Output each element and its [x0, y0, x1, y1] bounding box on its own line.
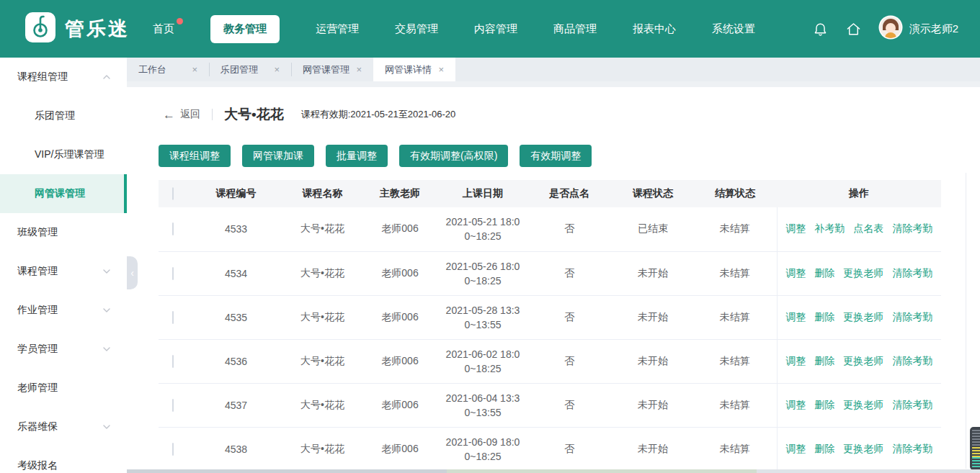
roll-call-cell: 否: [526, 339, 612, 383]
action-link[interactable]: 清除考勤: [892, 443, 932, 454]
sidebar-item-2[interactable]: VIP/乐理课管理: [0, 135, 127, 174]
action-link[interactable]: 更换老师: [843, 267, 883, 279]
nav-item-3[interactable]: 交易管理: [395, 22, 438, 36]
action-link[interactable]: 删除: [814, 355, 834, 366]
nav-item-1[interactable]: 教务管理: [210, 15, 280, 43]
action-link[interactable]: 补考勤: [814, 222, 845, 234]
action-link[interactable]: 调整: [785, 311, 806, 323]
toolbar-button-1[interactable]: 网管课加课: [242, 145, 314, 167]
sidebar: 课程组管理乐团管理VIP/乐理课管理网管课管理班级管理课程管理作业管理学员管理老…: [0, 58, 127, 473]
sidebar-item-3[interactable]: 网管课管理: [0, 174, 127, 213]
row-checkbox[interactable]: [172, 267, 174, 280]
row-select-cell: [159, 339, 187, 383]
sidebar-item-4[interactable]: 班级管理: [0, 213, 127, 252]
roll-call-cell: 否: [526, 427, 612, 471]
status-cell: 未开始: [612, 427, 693, 471]
column-header: 课程名称: [285, 180, 360, 207]
action-link[interactable]: 删除: [814, 311, 834, 323]
sidebar-collapse-handle[interactable]: ‹: [127, 256, 138, 289]
tab-label: 工作台: [138, 63, 166, 76]
user-menu[interactable]: 演示老师2: [878, 15, 958, 42]
tab-close-icon[interactable]: ×: [192, 64, 197, 75]
back-button[interactable]: ← 返回: [163, 108, 200, 121]
action-link[interactable]: 点名表: [853, 222, 883, 234]
column-header: 操作: [777, 180, 941, 207]
row-checkbox[interactable]: [172, 222, 174, 235]
sidebar-item-5[interactable]: 课程管理: [0, 252, 127, 291]
tab-1[interactable]: 乐团管理×: [209, 58, 291, 81]
teacher-cell: 老师006: [360, 207, 440, 251]
toolbar-button-3[interactable]: 有效期调整(高权限): [399, 145, 508, 167]
bell-icon[interactable]: [812, 20, 829, 37]
tab-2[interactable]: 网管课管理×: [291, 58, 373, 81]
action-link[interactable]: 清除考勤: [892, 399, 932, 410]
row-checkbox[interactable]: [172, 443, 174, 456]
column-header: 是否点名: [526, 180, 612, 207]
bottom-edge-strip: [0, 469, 980, 473]
settlement-cell: 未结算: [693, 339, 777, 383]
action-link[interactable]: 调整: [785, 443, 806, 454]
toolbar-button-4[interactable]: 有效期调整: [520, 145, 592, 167]
action-link[interactable]: 调整: [785, 267, 806, 279]
sidebar-item-1[interactable]: 乐团管理: [0, 96, 127, 135]
select-all-checkbox[interactable]: [172, 187, 174, 200]
row-checkbox[interactable]: [172, 355, 174, 368]
course-id-cell: 4536: [187, 339, 285, 383]
teacher-cell: 老师006: [360, 427, 440, 471]
tab-label: 网管课管理: [303, 63, 349, 76]
sidebar-item-0[interactable]: 课程组管理: [0, 58, 127, 96]
sidebar-item-8[interactable]: 老师管理: [0, 369, 127, 407]
row-checkbox[interactable]: [172, 311, 174, 324]
sidebar-item-7[interactable]: 学员管理: [0, 330, 127, 369]
column-header: 课程状态: [612, 180, 693, 207]
nav-item-label: 报表中心: [633, 22, 676, 35]
course-name-cell: 大号•花花: [285, 295, 360, 339]
toolbar-button-0[interactable]: 课程组调整: [159, 145, 231, 167]
nav-item-label: 教务管理: [223, 22, 267, 35]
sidebar-item-9[interactable]: 乐器维保: [0, 407, 127, 446]
sidebar-item-label: VIP/乐理课管理: [35, 148, 111, 161]
tab-close-icon[interactable]: ×: [356, 64, 362, 75]
tab-3[interactable]: 网管课详情×: [373, 58, 455, 81]
action-link[interactable]: 更换老师: [843, 399, 883, 410]
scroll-minimap-widget[interactable]: [970, 427, 980, 470]
toolbar-button-2[interactable]: 批量调整: [326, 145, 388, 167]
action-link[interactable]: 清除考勤: [892, 311, 932, 323]
nav-item-0[interactable]: 首页: [153, 22, 174, 36]
action-link[interactable]: 调整: [785, 222, 806, 234]
action-link[interactable]: 删除: [814, 267, 834, 279]
tab-label: 网管课详情: [385, 63, 432, 76]
nav-item-2[interactable]: 运营管理: [316, 22, 359, 36]
action-link[interactable]: 删除: [814, 443, 834, 454]
row-select-cell: [159, 383, 187, 427]
action-link[interactable]: 删除: [814, 399, 834, 410]
action-link[interactable]: 调整: [785, 399, 806, 410]
nav-item-7[interactable]: 系统设置: [712, 22, 755, 36]
action-link[interactable]: 调整: [785, 355, 806, 366]
nav-item-5[interactable]: 商品管理: [553, 22, 597, 36]
sidebar-item-6[interactable]: 作业管理: [0, 291, 127, 330]
action-link[interactable]: 清除考勤: [892, 222, 932, 234]
tab-close-icon[interactable]: ×: [438, 64, 444, 75]
action-link[interactable]: 更换老师: [843, 355, 883, 366]
nav-item-4[interactable]: 内容管理: [474, 22, 517, 36]
status-cell: 已结束: [612, 207, 693, 251]
tab-0[interactable]: 工作台×: [127, 58, 209, 81]
header-divider: [212, 109, 213, 120]
sidebar-item-10[interactable]: 考级报名: [0, 446, 127, 473]
tab-close-icon[interactable]: ×: [274, 64, 280, 75]
logo[interactable]: 管乐迷: [0, 12, 153, 46]
action-link[interactable]: 更换老师: [843, 311, 883, 323]
action-link[interactable]: 更换老师: [843, 443, 883, 454]
action-link[interactable]: 清除考勤: [892, 267, 932, 279]
row-select-cell: [159, 207, 187, 251]
table-row-5: 4538大号•花花老师0062021-06-09 18:00~18:25否未开始…: [159, 427, 941, 471]
row-checkbox[interactable]: [172, 399, 174, 412]
home-icon[interactable]: [845, 20, 863, 37]
course-table: 课程编号课程名称主教老师上课日期是否点名课程状态结算状态操作 4533大号•花花…: [159, 180, 941, 472]
status-cell: 未开始: [612, 383, 693, 427]
roll-call-cell: 否: [526, 207, 612, 251]
date-cell: 2021-05-28 13:30~13:55: [440, 295, 526, 339]
action-link[interactable]: 清除考勤: [892, 355, 932, 366]
nav-item-6[interactable]: 报表中心: [633, 22, 676, 36]
